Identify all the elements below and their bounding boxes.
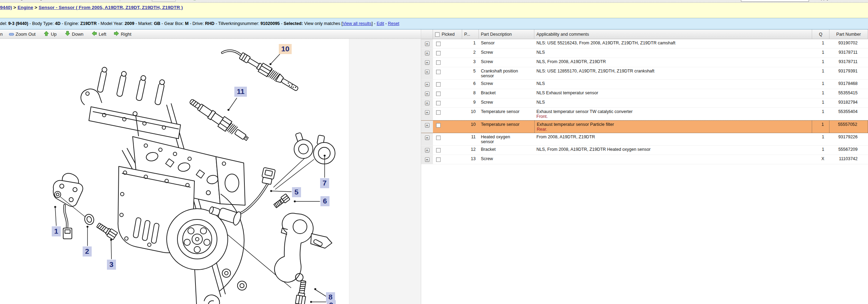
row-checkbox[interactable] [436,70,441,74]
expand-row-icon[interactable]: + [425,92,429,96]
diagram-callout-6[interactable]: 6 [320,196,329,206]
diagram-callout-3[interactable]: 3 [107,260,116,270]
diagram-callout-11[interactable]: 11 [234,87,247,97]
table-row[interactable]: +2ScrewNLS193178711 [421,49,868,58]
expand-row-icon[interactable]: + [425,60,429,65]
right-button[interactable]: Right [114,31,131,37]
diagram-callout-5[interactable]: 5 [292,187,301,197]
table-row[interactable]: +13ScrewX11103742 [421,155,868,164]
expand-row-icon[interactable]: + [425,42,429,46]
row-checkbox[interactable] [436,157,441,162]
applicability-text: NLS, From 2008, A19DTR, Z19DTR [536,59,810,64]
table-row[interactable]: +1SensorNLS: USE 55216243, From 2008, A1… [421,39,868,49]
expand-row-icon[interactable]: + [425,82,429,87]
applicability-text: NLS [536,50,810,55]
expand-row-icon[interactable]: + [425,70,429,74]
row-checkbox[interactable] [436,82,441,87]
row-checkbox[interactable] [436,92,441,96]
applicability-cell: NLS Exhaust temperatur sensor [534,89,812,98]
toolbar-button-previous[interactable]: Previous [192,0,217,0]
apply-button[interactable]: Apply [818,0,829,0]
table-row[interactable]: +10Temperature sensorExhaust temperatur … [421,120,868,133]
row-checkbox[interactable] [436,101,441,105]
picked-cell [433,49,462,58]
expand-row-icon[interactable]: + [425,110,429,115]
table-row[interactable]: +10Temperature sensorExhaust temperatur … [421,108,868,120]
diagram-callout-10[interactable]: 10 [279,44,292,54]
left-button[interactable]: Left [92,31,106,37]
part-7-clamps [294,132,335,164]
table-row[interactable]: +6ScrewNLS193178468 [421,80,868,89]
row-checkbox[interactable] [436,136,441,140]
vehicle-bar-link[interactable]: Reset [388,21,399,26]
column-header-label: Applicability and comments [536,32,589,37]
expand-row-icon[interactable]: + [425,51,429,55]
diagram-callout-7[interactable]: 7 [320,178,329,188]
expand-row-icon[interactable]: + [425,123,429,128]
breadcrumb-link[interactable]: 9440) [0,5,12,10]
diagram-callout-2[interactable]: 2 [83,246,92,257]
row-checkbox[interactable] [436,60,441,65]
breadcrumb-separator: > [33,5,39,10]
column-header-expand[interactable] [421,29,433,39]
down-button[interactable]: Down [65,31,83,37]
column-header-part_number[interactable]: Part Number [829,29,868,39]
button-label: Up [51,32,57,37]
vehicle-attribute-value: 91020095 [260,21,280,26]
breadcrumb-link[interactable]: Sensor - Sensor ( From 2005, A19DTR, Z19… [39,5,183,10]
toolbar-button-session[interactable]: Session [125,0,148,0]
diagram-gutter [349,39,421,304]
zoom-in-button[interactable]: Zoom In [0,31,3,37]
table-row[interactable]: +3ScrewNLS, From 2008, A19DTR, Z19DTR193… [421,58,868,67]
toolbar-button-change-catalogues[interactable]: Change Catalogues [3,0,50,0]
table-row[interactable]: +9ScrewNLS193182794 [421,98,868,108]
vehicle-attribute-label: - Engine: [60,21,80,26]
vehicle-bar-link[interactable]: View all results [343,21,372,26]
column-header-applicability[interactable]: Applicability and comments [534,29,812,39]
zoom-out-button[interactable]: Zoom Out [9,32,36,37]
part-8-bracket [275,213,332,282]
position-cell: 11 [462,133,479,145]
diagram-canvas[interactable]: 123567891011 [0,39,349,304]
select-all-checkbox[interactable] [435,32,440,37]
comment-text: Front. [536,114,810,119]
applicability-cell: Exhaust temperatur sensor TW catalytic c… [534,108,812,120]
diagram-callout-1[interactable]: 1 [52,226,61,236]
expand-row-icon[interactable]: + [425,148,429,153]
table-row[interactable]: +11Heated oxygen sensorFrom 2008, A19DTR… [421,133,868,146]
vehicle-attribute-label: - Tillverkningsnummer: [214,21,260,26]
row-checkbox[interactable] [436,123,441,128]
row-checkbox[interactable] [436,110,441,115]
row-checkbox[interactable] [436,42,441,46]
breadcrumb-link[interactable]: Engine [17,5,33,10]
row-checkbox[interactable] [436,51,441,55]
expand-cell: + [421,98,433,107]
expand-row-icon[interactable]: + [425,157,429,162]
column-header-position[interactable]: P... [462,29,479,39]
vehicle-bar-link[interactable]: Edit [377,21,384,26]
up-button[interactable]: Up [44,31,57,37]
table-row[interactable]: +12BracketNLS, From 2008, A19DTR, Z19DTR… [421,146,868,155]
table-header-row: PickedP...Part DescriptionApplicability … [421,29,868,39]
column-header-picked[interactable]: Picked [433,29,462,39]
reset-button[interactable]: Reset [846,0,858,0]
column-header-label: Q [819,32,823,37]
toolbar-input[interactable] [741,0,809,2]
diagram-callout-9[interactable]: 9 [327,300,336,304]
column-header-quantity[interactable]: Q [812,29,829,39]
row-checkbox[interactable] [436,148,441,153]
toolbar-button-next[interactable]: Next [234,0,250,0]
expand-cell: + [421,58,433,67]
part-number-cell: 93178468 [829,80,868,89]
expand-row-icon[interactable]: + [425,136,429,140]
vehicle-attribute-value: 2009 [125,21,134,26]
toolbar-button-bookmarks[interactable]: Bookmarks [76,0,105,0]
column-header-description[interactable]: Part Description [479,29,534,39]
quantity-cell: 1 [812,133,829,145]
toolbar-button-label: Bookmarks [82,0,105,0]
vehicle-attribute-label: View only matches [303,21,342,26]
table-row[interactable]: +5Crankshaft position sensorNLS: USE 128… [421,67,868,80]
part-description-cell: Crankshaft position sensor [479,67,534,79]
expand-row-icon[interactable]: + [425,101,429,105]
table-row[interactable]: +8BracketNLS Exhaust temperatur sensor15… [421,89,868,98]
